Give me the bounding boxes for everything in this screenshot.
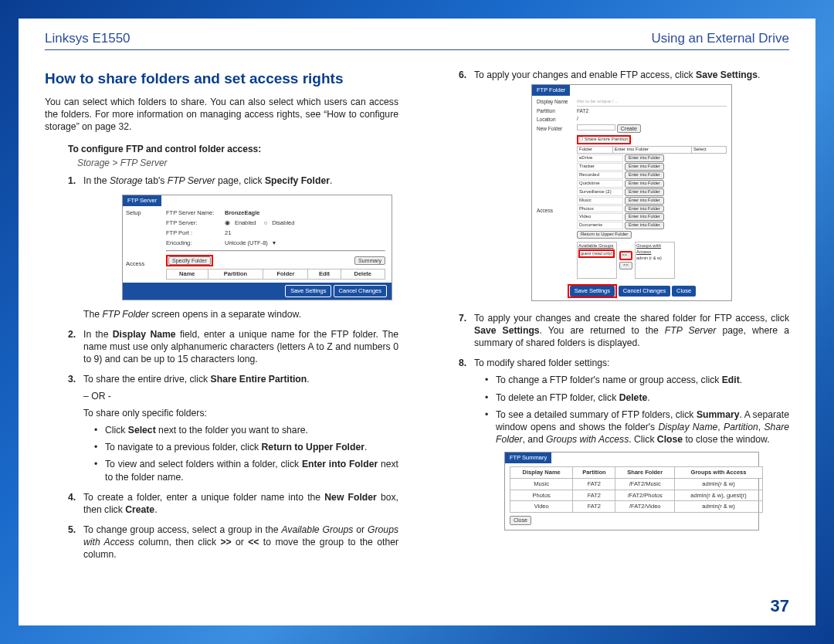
save-settings-button[interactable]: Save Settings (285, 285, 331, 297)
tab-ftp-summary: FTP Summary (505, 452, 551, 463)
save-settings-button-2[interactable]: Save Settings (570, 286, 615, 297)
screenshot-ftp-server: FTP Server Setup Access FTP Server Name:… (122, 195, 392, 300)
document-page: Linksys E1550 Using an External Drive Ho… (19, 19, 815, 625)
page-number: 37 (771, 596, 789, 616)
header-right: Using an External Drive (651, 31, 789, 46)
sub-heading: To configure FTP and control folder acce… (68, 144, 398, 156)
cancel-button-2[interactable]: Cancel Changes (619, 286, 670, 297)
step-4: To create a folder, enter a unique folde… (68, 491, 398, 516)
step-6: To apply your changes and enable FTP acc… (459, 69, 789, 301)
intro-paragraph: You can select which folders to share. Y… (45, 96, 398, 133)
side-setup: Setup (126, 209, 157, 217)
steps-list-left: In the Storage tab's FTP Server page, cl… (68, 175, 398, 561)
header-left: Linksys E1550 (45, 31, 131, 46)
screenshot-ftp-folder: FTP Folder Display Name Partition Locati… (531, 84, 732, 301)
breadcrumb: Storage > FTP Server (77, 158, 398, 170)
left-column: How to share folders and set access righ… (45, 69, 398, 568)
tab-ftp-folder: FTP Folder (532, 85, 570, 96)
close-button-3[interactable]: Close (510, 516, 531, 524)
screenshot-ftp-summary: FTP Summary Display Name Partition Share… (504, 452, 759, 530)
page-header: Linksys E1550 Using an External Drive (45, 31, 789, 50)
right-column: To apply your changes and enable FTP acc… (436, 69, 789, 568)
step-7: To apply your changes and create the sha… (459, 312, 789, 349)
move-right-button[interactable]: >> (619, 251, 632, 260)
close-button-2[interactable]: Close (672, 286, 696, 297)
step-2: In the Display Name field, enter a uniqu… (68, 328, 398, 365)
cancel-changes-button[interactable]: Cancel Changes (334, 285, 387, 297)
step-1: In the Storage tab's FTP Server page, cl… (68, 175, 398, 320)
return-upper-button[interactable]: Return to Upper Folder (577, 231, 632, 239)
section-heading: How to share folders and set access righ… (45, 69, 398, 88)
two-column-layout: How to share folders and set access righ… (45, 69, 789, 568)
step-3: To share the entire drive, click Share E… (68, 373, 398, 483)
tab-ftp-server: FTP Server (123, 195, 161, 206)
create-button[interactable]: Create (617, 124, 641, 133)
step-5: To change group access, select a group i… (68, 524, 398, 561)
steps-list-right: To apply your changes and enable FTP acc… (459, 69, 789, 530)
move-left-button[interactable]: << (619, 262, 632, 269)
step-8: To modify shared folder settings: To cha… (459, 357, 789, 530)
side-access: Access (126, 260, 157, 268)
specify-folder-button[interactable]: Specify Folder (168, 256, 211, 265)
summary-button[interactable]: Summary (354, 256, 385, 265)
